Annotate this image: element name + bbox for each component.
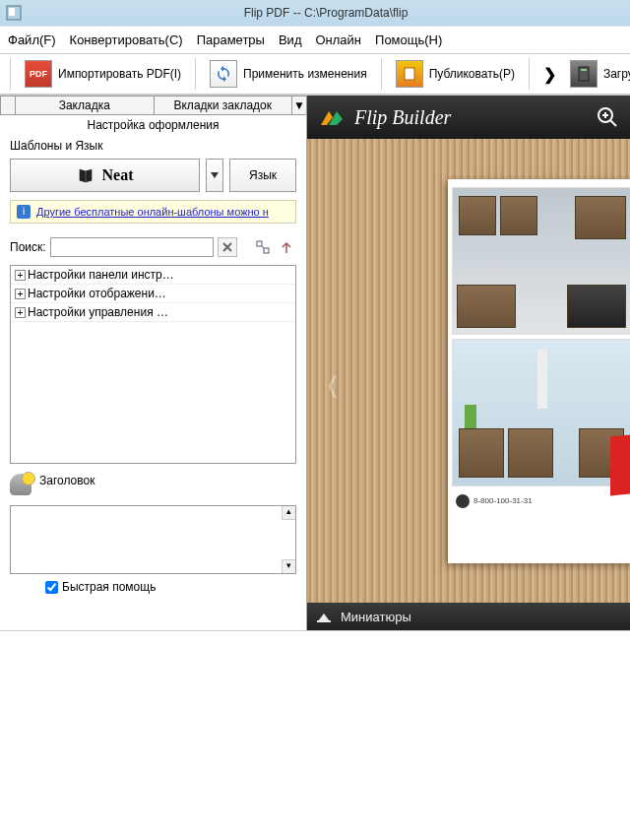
quickhelp-label: Быстрая помощь — [62, 580, 156, 594]
info-icon: i — [17, 205, 31, 219]
svg-rect-1 — [9, 8, 15, 16]
quickhelp-row: Быстрая помощь — [0, 574, 306, 600]
main-split: Закладка Вкладки закладок ▼ Настройка оф… — [0, 95, 630, 630]
collapse-all-button[interactable] — [277, 237, 296, 257]
tree-label: Настройки управления … — [28, 305, 168, 319]
preview-body[interactable]: ‹ 8-800-100-31-31 — [307, 139, 630, 603]
import-label: Импортировать PDF(I) — [58, 67, 181, 81]
separator — [381, 58, 382, 90]
templates-link[interactable]: Другие бесплатные онлайн-шаблоны можно н — [36, 206, 269, 218]
toolbar: PDF Импортировать PDF(I) Применить измен… — [0, 53, 630, 95]
panel-tabs: Закладка Вкладки закладок ▼ — [0, 96, 306, 115]
catalog-image-1 — [452, 187, 630, 335]
tree-item-display[interactable]: +Настройки отображени… — [11, 285, 295, 303]
settings-tree[interactable]: +Настройки панели инстр… +Настройки отоб… — [10, 265, 296, 464]
menu-file[interactable]: Файл(F) — [8, 32, 56, 47]
menu-online[interactable]: Онлайн — [315, 32, 361, 47]
menu-convert[interactable]: Конвертировать(C) — [70, 32, 183, 47]
apply-label: Применить изменения — [243, 67, 367, 81]
tree-item-toolbar[interactable]: +Настройки панели инстр… — [11, 266, 295, 285]
tab-bookmark[interactable]: Закладка — [15, 96, 155, 114]
svg-rect-8 — [317, 620, 331, 622]
template-dropdown-button[interactable] — [206, 159, 223, 192]
catalog-footer: 8-800-100-31-31 — [452, 486, 630, 516]
templates-link-row: i Другие бесплатные онлайн-шаблоны можно… — [10, 200, 296, 224]
header-section: Заголовок — [0, 464, 306, 505]
tree-item-control[interactable]: +Настройки управления … — [11, 303, 295, 322]
window-title: Flip PDF -- C:\ProgramData\flip — [28, 6, 624, 20]
left-panel: Закладка Вкладки закладок ▼ Настройка оф… — [0, 96, 307, 630]
scroll-down-button[interactable]: ▾ — [282, 559, 295, 573]
sync-icon — [210, 60, 237, 88]
publish-icon — [396, 60, 423, 88]
templates-lang-label: Шаблоны и Язык — [0, 135, 306, 157]
header-label: Заголовок — [39, 474, 94, 495]
server-icon — [570, 60, 598, 88]
expand-icon — [256, 240, 270, 254]
expander-icon[interactable]: + — [15, 307, 26, 318]
menu-view[interactable]: Вид — [279, 32, 302, 47]
promo-ribbon — [610, 433, 630, 495]
preview-header: Flip Builder — [307, 96, 630, 139]
panel-title: Настройка оформления — [0, 115, 306, 135]
quickhelp-checkbox[interactable] — [45, 581, 58, 594]
titlebar: Flip PDF -- C:\ProgramData\flip — [0, 0, 630, 26]
upload-label: Загрузить на онлайн с — [603, 67, 630, 81]
menu-params[interactable]: Параметры — [197, 32, 265, 47]
svg-rect-4 — [581, 69, 587, 71]
database-icon — [10, 474, 32, 495]
tree-label: Настройки панели инстр… — [28, 268, 174, 282]
blank-area — [0, 646, 630, 840]
flipbook-page[interactable]: 8-800-100-31-31 — [448, 179, 630, 563]
book-icon — [77, 166, 94, 184]
apply-changes-button[interactable]: Применить изменения — [206, 57, 371, 91]
catalog-image-2 — [452, 339, 630, 486]
neat-label: Neat — [102, 166, 134, 184]
separator — [529, 58, 530, 90]
tab-bookmarks-tabs[interactable]: Вкладки закладок — [154, 96, 293, 114]
tree-label: Настройки отображени… — [28, 287, 166, 300]
publish-button[interactable]: Публиковать(P) — [392, 57, 519, 91]
publish-label: Публиковать(P) — [429, 67, 515, 81]
flipbuilder-logo-icon — [319, 107, 345, 127]
status-bar — [0, 630, 630, 646]
header-textarea[interactable]: ▴ ▾ — [10, 505, 296, 574]
close-icon — [222, 242, 232, 252]
svg-rect-5 — [257, 241, 262, 246]
separator — [195, 58, 196, 90]
search-row: Поиск: — [0, 229, 306, 265]
clear-search-button[interactable] — [218, 237, 237, 257]
pdf-icon: PDF — [25, 60, 52, 88]
prev-page-icon[interactable]: ‹ — [328, 348, 338, 416]
preview-panel: Flip Builder ‹ — [307, 96, 630, 630]
tab-spacer — [0, 96, 16, 114]
menu-help[interactable]: Помощь(H) — [375, 32, 442, 47]
template-neat-button[interactable]: Neat — [10, 159, 200, 192]
separator — [10, 58, 11, 90]
more-arrow-icon[interactable]: ❯ — [539, 65, 560, 84]
upload-online-button[interactable]: Загрузить на онлайн с — [566, 57, 630, 91]
import-pdf-button[interactable]: PDF Импортировать PDF(I) — [21, 57, 185, 91]
menubar: Файл(F) Конвертировать(C) Параметры Вид … — [0, 26, 630, 53]
scroll-up-button[interactable]: ▴ — [282, 506, 295, 520]
thumbnails-bar[interactable]: Миниатюры — [307, 603, 630, 630]
template-row: Neat Язык — [0, 157, 306, 200]
app-icon — [6, 5, 22, 21]
tab-dropdown[interactable]: ▼ — [291, 96, 307, 114]
phone-number: 8-800-100-31-31 — [473, 496, 533, 505]
svg-rect-2 — [405, 68, 414, 80]
flipbuilder-title: Flip Builder — [354, 106, 587, 129]
search-input[interactable] — [50, 237, 214, 257]
svg-rect-6 — [264, 248, 269, 253]
expander-icon[interactable]: + — [15, 270, 26, 281]
expand-all-button[interactable] — [253, 237, 273, 257]
chevron-down-icon — [211, 172, 219, 178]
language-button[interactable]: Язык — [229, 159, 296, 192]
search-label: Поиск: — [10, 240, 46, 254]
thumbnails-label: Миниатюры — [341, 610, 411, 624]
collapse-icon — [280, 240, 293, 254]
expander-icon[interactable]: + — [15, 289, 26, 299]
zoom-in-icon[interactable] — [597, 106, 618, 128]
thumbnails-icon — [317, 611, 331, 622]
